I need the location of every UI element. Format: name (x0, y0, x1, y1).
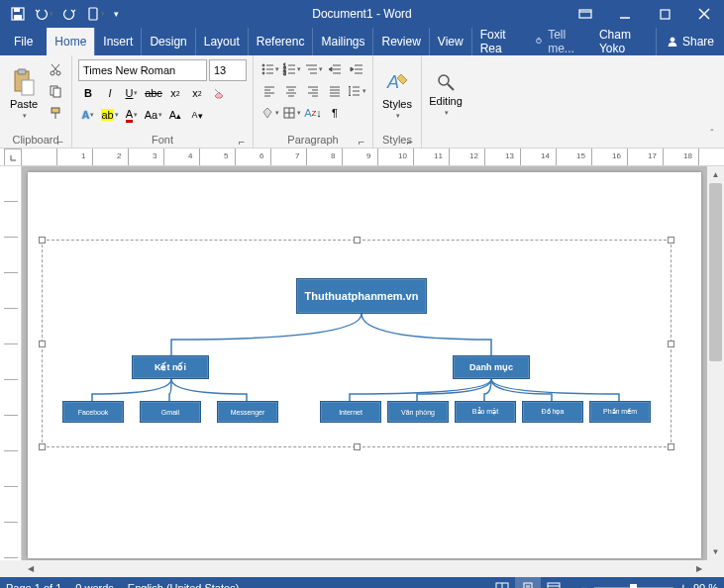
resize-handle[interactable] (668, 341, 674, 347)
strikethrough-icon[interactable]: abc (144, 83, 163, 103)
share-button[interactable]: Share (656, 28, 724, 55)
save-icon[interactable] (6, 2, 30, 26)
bold-icon[interactable]: B (78, 83, 98, 103)
tab-layout[interactable]: Layout (195, 28, 248, 55)
shrink-font-icon[interactable]: A▾ (187, 105, 207, 125)
minimize-icon[interactable] (605, 0, 645, 28)
cut-icon[interactable] (46, 59, 65, 79)
diagram-node-leaf[interactable]: Facebook (62, 401, 124, 423)
ruler-vertical[interactable] (0, 166, 22, 560)
font-color-icon[interactable]: A▾ (122, 105, 142, 125)
superscript-icon[interactable]: x2 (187, 83, 207, 103)
borders-icon[interactable]: ▾ (281, 103, 301, 123)
diagram-node-level2[interactable]: Kết nối (132, 355, 209, 379)
resize-handle[interactable] (668, 443, 674, 450)
diagram-node-leaf[interactable]: Đồ họa (522, 401, 583, 423)
word-count[interactable]: 0 words (75, 582, 114, 588)
decrease-indent-icon[interactable] (325, 59, 345, 79)
ruler-horizontal[interactable]: 123 456 789 101112 131415 161718 (0, 148, 724, 166)
resize-handle[interactable] (354, 237, 361, 244)
font-name-select[interactable] (78, 59, 207, 81)
shading-icon[interactable]: ▾ (259, 103, 279, 123)
vertical-scrollbar[interactable]: ▲ ▼ (707, 166, 724, 560)
tell-me-search[interactable]: Tell me... (529, 28, 591, 55)
align-right-icon[interactable] (303, 81, 323, 101)
underline-icon[interactable]: U▾ (122, 83, 142, 103)
clear-formatting-icon[interactable] (209, 83, 229, 103)
tab-home[interactable]: Home (47, 28, 94, 55)
styles-launcher-icon[interactable]: ⌐ (405, 136, 415, 146)
touch-mode-icon[interactable]: ▾ (83, 2, 107, 26)
tab-foxit[interactable]: Foxit Rea (471, 28, 529, 55)
redo-icon[interactable] (57, 2, 81, 26)
change-case-icon[interactable]: Aa▾ (144, 105, 163, 125)
tab-mailings[interactable]: Mailings (312, 28, 372, 55)
align-center-icon[interactable] (281, 81, 301, 101)
diagram-node-leaf[interactable]: Messenger (217, 401, 278, 423)
page-indicator[interactable]: Page 1 of 1 (6, 582, 61, 588)
diagram-node-leaf[interactable]: Bảo mật (455, 401, 516, 423)
font-size-select[interactable] (209, 59, 247, 81)
editing-button[interactable]: Editing ▾ (426, 57, 465, 131)
format-painter-icon[interactable] (46, 103, 65, 123)
tab-selector-icon[interactable] (4, 148, 22, 166)
tab-design[interactable]: Design (141, 28, 194, 55)
italic-icon[interactable]: I (100, 83, 120, 103)
increase-indent-icon[interactable] (347, 59, 366, 79)
horizontal-scrollbar[interactable]: ◀ ▶ (0, 560, 724, 577)
close-icon[interactable] (684, 0, 724, 28)
resize-handle[interactable] (39, 341, 46, 347)
diagram-node-leaf[interactable]: Văn phòng (387, 401, 449, 423)
tab-review[interactable]: Review (372, 28, 428, 55)
clipboard-launcher-icon[interactable]: ⌐ (55, 136, 65, 146)
zoom-in-icon[interactable]: + (679, 580, 687, 588)
scroll-up-icon[interactable]: ▲ (707, 166, 724, 183)
scroll-thumb[interactable] (709, 183, 722, 361)
user-name[interactable]: Cham Yoko (591, 28, 656, 55)
diagram-node-leaf[interactable]: Gmail (140, 401, 201, 423)
document-page[interactable]: Thuthuatphanmem.vn Kết nối Danh mục Face… (28, 172, 701, 558)
undo-icon[interactable]: ▾ (32, 2, 55, 26)
resize-handle[interactable] (354, 443, 361, 450)
diagram-node-leaf[interactable]: Internet (320, 401, 381, 423)
resize-handle[interactable] (39, 443, 46, 450)
justify-icon[interactable] (325, 81, 345, 101)
smartart-selection[interactable]: Thuthuatphanmem.vn Kết nối Danh mục Face… (42, 240, 672, 447)
qat-customize-icon[interactable]: ▾ (109, 2, 123, 26)
tab-insert[interactable]: Insert (94, 28, 141, 55)
tab-view[interactable]: View (429, 28, 471, 55)
bullets-icon[interactable]: ▾ (259, 59, 279, 79)
align-left-icon[interactable] (259, 81, 279, 101)
scroll-left-icon[interactable]: ◀ (22, 560, 39, 577)
styles-button[interactable]: A Styles ▾ (377, 57, 417, 131)
text-effects-icon[interactable]: A▾ (78, 105, 98, 125)
paste-button[interactable]: Paste ▾ (4, 57, 44, 131)
tab-references[interactable]: Referenc (248, 28, 313, 55)
ribbon-display-icon[interactable] (566, 0, 605, 28)
numbering-icon[interactable]: 123▾ (281, 59, 301, 79)
resize-handle[interactable] (39, 237, 46, 244)
line-spacing-icon[interactable]: ▾ (347, 81, 366, 101)
web-layout-icon[interactable] (541, 577, 567, 588)
zoom-out-icon[interactable]: − (580, 580, 588, 588)
tab-file[interactable]: File (0, 28, 47, 55)
zoom-level[interactable]: 90 % (693, 582, 718, 588)
sort-icon[interactable]: AZ↓ (303, 103, 323, 123)
grow-font-icon[interactable]: A▴ (165, 105, 185, 125)
language-indicator[interactable]: English (United States) (128, 582, 240, 588)
diagram-node-level2[interactable]: Danh mục (453, 355, 530, 379)
highlight-icon[interactable]: ab▾ (100, 105, 120, 125)
subscript-icon[interactable]: x2 (165, 83, 185, 103)
print-layout-icon[interactable] (515, 577, 541, 588)
font-launcher-icon[interactable]: ⌐ (237, 136, 247, 146)
multilevel-list-icon[interactable]: ▾ (303, 59, 323, 79)
copy-icon[interactable] (46, 81, 65, 101)
paragraph-launcher-icon[interactable]: ⌐ (357, 136, 366, 146)
show-marks-icon[interactable]: ¶ (325, 103, 345, 123)
collapse-ribbon-icon[interactable]: ˆ (702, 124, 722, 144)
read-mode-icon[interactable] (489, 577, 515, 588)
resize-handle[interactable] (668, 237, 674, 244)
scroll-right-icon[interactable]: ▶ (690, 560, 707, 577)
maximize-icon[interactable] (645, 0, 684, 28)
diagram-node-leaf[interactable]: Phần mềm (589, 401, 651, 423)
